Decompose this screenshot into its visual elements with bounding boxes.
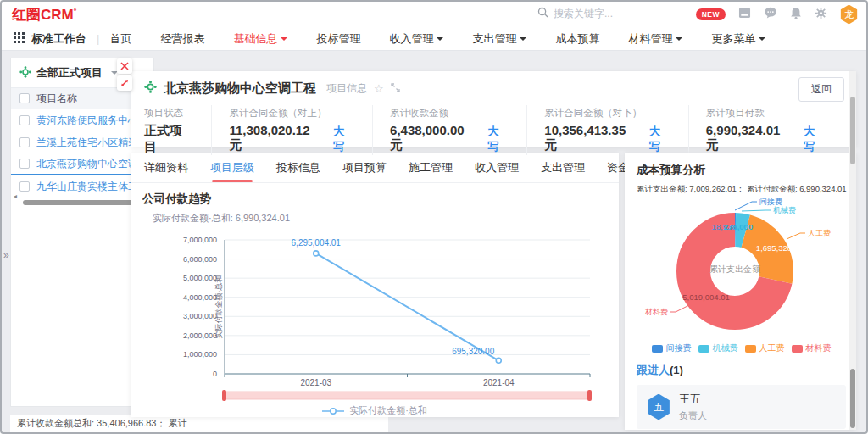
cost-budget-panel: 成本预算分析 累计支出金额: 7,009,262.01； 累计付款金额: 6,9…: [625, 153, 856, 430]
star-icon[interactable]: ☆: [374, 82, 384, 95]
notifications-bell-icon[interactable]: [790, 7, 802, 23]
stat-0: 项目状态正式项目: [144, 105, 211, 155]
daxie-link[interactable]: 大写: [649, 124, 671, 154]
svg-text:人工费: 人工费: [808, 229, 831, 237]
legend-item-2[interactable]: 人工费: [745, 342, 785, 354]
svg-text:材料费: 材料费: [644, 308, 668, 316]
page-title: 北京燕莎购物中心空调工程: [164, 81, 316, 97]
page-subtitle: 项目信息: [326, 81, 367, 96]
tab-0[interactable]: 详细资料: [144, 153, 188, 182]
project-group-icon: [19, 66, 31, 81]
row-checkbox[interactable]: [19, 159, 30, 169]
svg-text:6,295,004.01: 6,295,004.01: [292, 238, 342, 248]
svg-text:276,000: 276,000: [724, 222, 753, 231]
nav-item-1[interactable]: 经营报表: [160, 31, 204, 47]
project-link[interactable]: 九华山庄贵宾楼主体工程: [36, 180, 145, 194]
horizontal-scrollbar[interactable]: [23, 200, 135, 205]
nav-item-7[interactable]: 材料管理: [628, 31, 682, 47]
tab-2[interactable]: 投标信息: [276, 153, 320, 182]
row-checkbox[interactable]: [19, 137, 30, 147]
stat-4: 累计项目付款6,990,324.01元大写: [688, 105, 843, 155]
nav-item-6[interactable]: 成本预算: [555, 31, 599, 47]
row-checkbox[interactable]: [19, 181, 30, 192]
legend-marker-icon: [322, 407, 344, 415]
chevron-down-icon: [676, 37, 682, 44]
settings-gear-icon[interactable]: [815, 7, 827, 23]
messages-icon[interactable]: [764, 7, 777, 22]
fullscreen-icon[interactable]: [391, 81, 400, 96]
legend-item-0[interactable]: 间接费: [652, 342, 692, 354]
close-icon[interactable]: [117, 58, 132, 74]
follower-avatar: 五: [647, 394, 670, 420]
notes-icon[interactable]: [738, 7, 751, 22]
tab-6[interactable]: 支出管理: [541, 153, 585, 182]
svg-text:机械费: 机械费: [773, 206, 796, 214]
legend-item-3[interactable]: 材料费: [792, 342, 832, 354]
project-link[interactable]: 兰溪上苑住宅小区精装修...: [36, 136, 145, 150]
tab-1[interactable]: 项目层级: [210, 153, 254, 182]
project-link[interactable]: 黄河东路便民服务中心幕...: [36, 114, 145, 128]
svg-text:2021-04: 2021-04: [483, 378, 515, 387]
svg-text:1,695,320: 1,695,320: [756, 243, 792, 253]
stat-3: 累计合同金额（对下）10,356,413.35元大写: [526, 105, 687, 155]
tab-4[interactable]: 施工管理: [409, 153, 453, 182]
nav-item-8[interactable]: 更多菜单: [711, 31, 765, 47]
select-all-checkbox[interactable]: [19, 93, 30, 103]
project-tabs-panel: 详细资料项目层级投标信息项目预算施工管理收入管理支出管理资金管理材料管理⋯ 公司…: [131, 153, 619, 417]
user-avatar[interactable]: 龙: [840, 5, 858, 25]
workspace-label[interactable]: 标准工作台: [31, 31, 86, 47]
app-logo: 红圈CRM°: [12, 5, 76, 25]
nav-item-4[interactable]: 收入管理: [389, 31, 443, 47]
project-link[interactable]: 北京燕莎购物中心空调工程: [36, 157, 145, 171]
row-checkbox[interactable]: [19, 115, 30, 125]
chevron-down-icon: [437, 37, 443, 44]
daxie-link[interactable]: 大写: [488, 124, 510, 154]
tab-3[interactable]: 项目预算: [342, 153, 387, 182]
back-button[interactable]: 返回: [798, 77, 844, 102]
svg-text:2021-03: 2021-03: [300, 378, 331, 387]
chevron-down-icon: [520, 37, 526, 44]
top-header: 红圈CRM° NEW 龙: [2, 2, 866, 27]
project-header-card: 北京燕莎购物中心空调工程 项目信息 ☆ 返回 项目状态正式项目累计合同金额（对上…: [131, 71, 856, 147]
nav-divider: |: [97, 32, 99, 45]
vertical-scrollbar[interactable]: [849, 71, 856, 430]
svg-text:7,000,000: 7,000,000: [183, 236, 217, 244]
project-icon: [144, 81, 157, 97]
svg-text:0: 0: [213, 370, 217, 378]
legend-item-1[interactable]: 机械费: [698, 342, 738, 354]
apps-grid-icon[interactable]: [14, 32, 25, 46]
sidebar-collapse-icon[interactable]: »: [3, 249, 9, 261]
follower-role: 负责人: [679, 409, 707, 422]
nav-item-5[interactable]: 支出管理: [472, 31, 526, 47]
project-detail-overlay: 北京燕莎购物中心空调工程 项目信息 ☆ 返回 项目状态正式项目累计合同金额（对上…: [131, 71, 856, 430]
svg-text:2,000,000: 2,000,000: [183, 331, 217, 340]
app-window: 红圈CRM° NEW 龙 标准工作台 | 首页经营报表基础信息投标管理收入管理支…: [0, 0, 868, 434]
chevron-down-icon: [759, 37, 765, 44]
svg-text:5,000,000: 5,000,000: [183, 274, 217, 282]
nav-item-2[interactable]: 基础信息: [233, 31, 287, 47]
cost-donut-chart: 累计支出金额 18,938 276,000 1,695,320 5,019,00…: [637, 195, 837, 337]
nav-item-3[interactable]: 投标管理: [316, 31, 360, 47]
svg-text:4,000,000: 4,000,000: [183, 293, 217, 302]
scroll-left-arrow-icon[interactable]: ◂: [14, 192, 17, 200]
daxie-link[interactable]: 大写: [333, 124, 355, 154]
tab-5[interactable]: 收入管理: [475, 153, 519, 182]
search-input[interactable]: [554, 8, 689, 19]
search-icon: [537, 6, 548, 21]
follower-card[interactable]: 五 王五 负责人: [637, 385, 846, 429]
expand-diagonal-icon[interactable]: [117, 75, 132, 91]
search-box[interactable]: [537, 6, 707, 21]
daxie-link[interactable]: 大写: [804, 124, 826, 154]
svg-text:5,019,004.01: 5,019,004.01: [682, 292, 729, 302]
budget-subtitle: 累计支出金额: 7,009,262.01； 累计付款金额: 6,990,324.…: [637, 184, 846, 195]
follower-name: 王五: [679, 392, 707, 407]
svg-text:1,000,000: 1,000,000: [183, 350, 217, 359]
column-项目名称: 项目名称: [36, 92, 77, 106]
svg-text:3,000,000: 3,000,000: [183, 312, 217, 320]
project-filter-title[interactable]: 全部正式项目: [36, 65, 103, 81]
datazoom-slider[interactable]: [222, 390, 592, 401]
followers-header: 跟进人(1): [637, 363, 846, 378]
nav-item-0[interactable]: 首页: [109, 31, 131, 47]
line-legend[interactable]: 实际付款金额·总和: [142, 404, 607, 417]
stat-1: 累计合同金额（对上）11,308,020.12元大写: [211, 105, 372, 155]
